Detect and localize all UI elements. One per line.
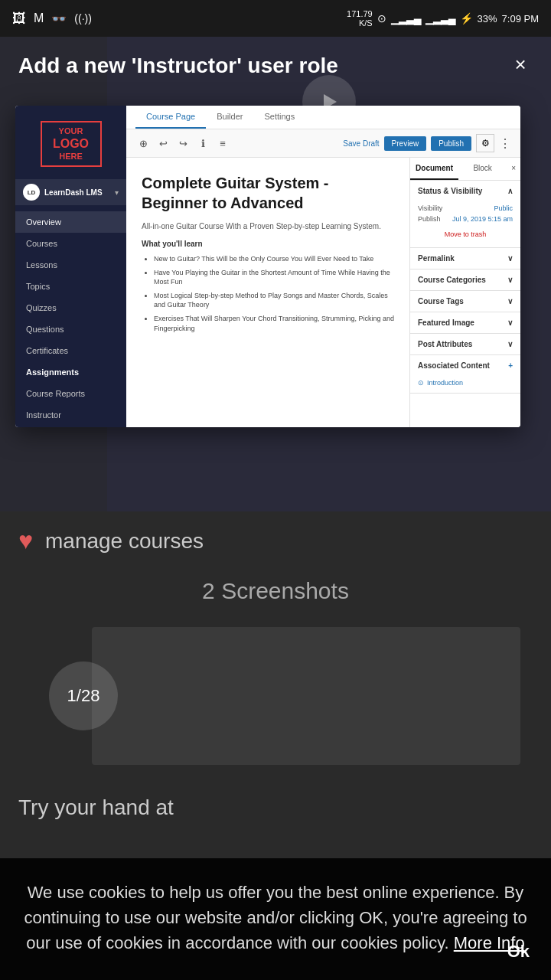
manage-courses-text: manage courses [45,529,204,554]
modal-title: Add a new 'Instructor' user role [18,52,462,80]
bullet-1: New to Guitar? This Will be the Only Cou… [154,254,394,264]
screenshot-preview-2[interactable] [92,627,520,765]
signal-icon: ▁▂▃▄ [391,12,421,24]
radio-icon: ((·)) [74,12,92,24]
course-description: All-in-one Guitar Course With a Proven S… [142,222,394,230]
toolbar-redo-icon[interactable]: ↪ [175,136,191,151]
status-visibility-content: Visibility Public Publish Jul 9, 2019 5:… [410,201,520,247]
what-youll-learn-label: What you'll learn [142,240,394,248]
permalink-section: Permalink ∨ [410,248,520,270]
panel-close-button[interactable]: × [507,158,520,180]
modal-header: Add a new 'Instructor' user role × [0,37,551,95]
toolbar-info-icon[interactable]: ℹ [195,136,210,151]
course-categories-header[interactable]: Course Categories ∨ [410,270,520,290]
nav-quizzes[interactable]: Quizzes [15,297,126,318]
toolbar-left-icon[interactable]: ⊕ [135,136,151,151]
editor-content: Complete Guitar System - Beginner to Adv… [126,158,409,427]
lms-badge[interactable]: LD LearnDash LMS ▾ [15,179,126,205]
tab-builder[interactable]: Builder [206,106,253,129]
nav-assignments[interactable]: Assignments [15,361,126,383]
status-bar: 🖼 M 👓 ((·)) 171.79K/S ⊙ ▁▂▃▄ ▁▂▃▄ ⚡ 33% … [0,0,551,37]
network-speed: 171.79K/S [347,9,373,28]
wifi-icon: ⊙ [377,12,386,24]
time-display: 7:09 PM [502,13,539,24]
nav-products[interactable]: Products ▶ [15,426,126,427]
gmail-icon: M [34,11,44,25]
post-attributes-section: Post Attributes ∨ [410,334,520,355]
toolbar-undo-icon[interactable]: ↩ [155,136,171,151]
associated-content-section: Associated Content + ⊙ Introduction [410,355,520,394]
editor-row: Complete Guitar System - Beginner to Adv… [126,158,520,427]
save-draft-button[interactable]: Save Draft [343,139,379,148]
nav-course-reports[interactable]: Course Reports [15,383,126,404]
editor-toolbar: ⊕ ↩ ↪ ℹ ≡ Save Draft Preview Publish ⚙ ⋮ [126,129,520,158]
course-title: Complete Guitar System - Beginner to Adv… [142,173,394,213]
move-to-trash-button[interactable]: Move to trash [418,227,513,241]
nav-overview[interactable]: Overview [15,211,126,233]
screenshots-count: 2 Screenshots [18,578,533,604]
course-categories-section: Course Categories ∨ [410,270,520,291]
status-left: 🖼 M 👓 ((·)) [12,11,92,27]
screenshot-card: YOUR LOGO HERE LD LearnDash LMS ▾ Overvi… [15,106,520,427]
cookie-text: We use cookies to help us offer you the … [21,880,530,956]
panel-tabs: Document Block × [410,158,520,181]
bullet-2: Have You Playing the Guitar in the Short… [154,268,394,287]
nav-certificates[interactable]: Certificates [15,340,126,361]
screenshots-section: 2 Screenshots 1/28 [18,578,533,773]
try-your-hand-text: Try your hand at [18,795,533,820]
settings-gear-button[interactable]: ⚙ [476,134,494,152]
editor-tabs: Course Page Builder Settings [126,106,520,129]
cookie-banner: We use cookies to help us offer you the … [0,858,551,980]
permalink-header[interactable]: Permalink ∨ [410,248,520,269]
learning-list: New to Guitar? This Will be the Only Cou… [142,254,394,333]
post-attributes-header[interactable]: Post Attributes ∨ [410,334,520,354]
course-tags-section: Course Tags ∨ [410,291,520,312]
bullet-3: Most Logical Step-by-step Method to Play… [154,291,394,310]
tab-course-page[interactable]: Course Page [135,106,206,129]
screenshot-sidebar: YOUR LOGO HERE LD LearnDash LMS ▾ Overvi… [15,106,126,427]
featured-image-section: Featured Image ∨ [410,312,520,334]
glasses-icon: 👓 [51,11,67,26]
preview-button[interactable]: Preview [384,136,427,151]
image-icon: 🖼 [12,11,26,27]
logo-area: YOUR LOGO HERE [15,112,126,176]
nav-topics[interactable]: Topics [15,276,126,297]
publish-button[interactable]: Publish [431,136,471,151]
close-button[interactable]: × [505,49,536,80]
document-panel: Document Block × Status & Visibility ∧ V… [409,158,520,427]
featured-image-header[interactable]: Featured Image ∨ [410,312,520,333]
status-visibility-section: Status & Visibility ∧ Visibility Public … [410,181,520,248]
cookie-ok-button[interactable]: Ok [507,942,530,962]
associated-content-body: ⊙ Introduction [410,376,520,393]
nav-lessons[interactable]: Lessons [15,254,126,276]
logo-box: YOUR LOGO HERE [41,121,102,167]
status-right: 171.79K/S ⊙ ▁▂▃▄ ▁▂▃▄ ⚡ 33% 7:09 PM [347,9,539,28]
more-options-button[interactable]: ⋮ [499,136,511,151]
bullet-4: Exercises That Will Sharpen Your Chord T… [154,314,394,333]
lms-dot: LD [23,184,40,201]
toolbar-menu-icon[interactable]: ≡ [215,136,230,151]
nav-questions[interactable]: Questions [15,318,126,340]
main-content: Add a new 'Instructor' user role × YOUR … [0,37,551,980]
page-indicator[interactable]: 1/28 [49,662,118,730]
battery-percent: 33% [478,13,497,24]
favorites-row: ♥ manage courses [18,527,533,555]
tab-settings[interactable]: Settings [253,106,305,129]
panel-tab-block[interactable]: Block [458,158,507,180]
pagination-area: 1/28 [18,619,533,773]
lower-content: ♥ manage courses 2 Screenshots 1/28 Try … [0,511,551,835]
editor-main: Course Page Builder Settings ⊕ ↩ ↪ ℹ ≡ S… [126,106,520,427]
nav-instructor[interactable]: Instructor [15,404,126,426]
course-tags-header[interactable]: Course Tags ∨ [410,291,520,312]
status-visibility-header[interactable]: Status & Visibility ∧ [410,181,520,201]
nav-courses[interactable]: Courses [15,233,126,254]
associated-content-header[interactable]: Associated Content + [410,355,520,376]
signal-icon-2: ▁▂▃▄ [425,12,455,24]
panel-tab-document[interactable]: Document [410,158,458,180]
bolt-icon: ⚡ [460,12,473,24]
heart-icon[interactable]: ♥ [18,527,33,555]
